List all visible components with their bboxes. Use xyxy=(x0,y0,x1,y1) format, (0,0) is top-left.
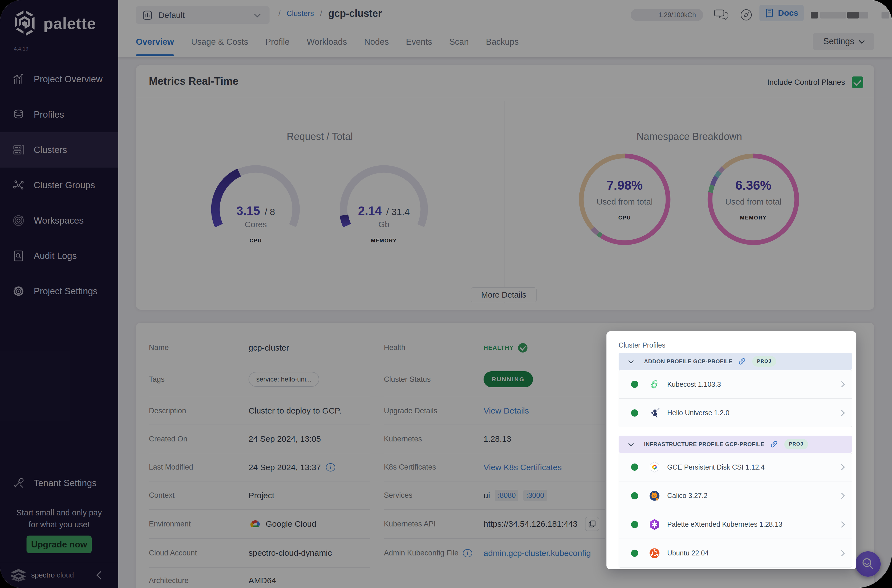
chevron-right-icon xyxy=(839,464,845,470)
chevron-right-icon xyxy=(839,492,845,499)
profile-items: Kubecost 1.103.3 Hello Universe 1.2.0 xyxy=(619,370,852,428)
chevron-right-icon xyxy=(839,521,845,528)
link-icon xyxy=(738,357,746,366)
status-dot-icon xyxy=(631,410,638,417)
calico-logo-icon xyxy=(649,490,661,502)
cluster-profiles-modal: Cluster Profiles ADDON PROFILE GCP-PROFI… xyxy=(607,331,856,569)
hello-universe-logo-icon xyxy=(649,407,661,419)
proj-badge: PROJ xyxy=(784,439,808,449)
app-window: palette 4.4.19 Project Overview Profiles… xyxy=(0,0,892,588)
gce-logo-icon xyxy=(649,461,661,473)
proj-badge: PROJ xyxy=(752,356,776,367)
chevron-right-icon xyxy=(839,410,845,416)
status-dot-icon xyxy=(631,492,638,500)
profile-section: INFRASTRUCTURE PROFILE GCP-PROFILE PROJ … xyxy=(619,428,852,568)
profile-item-ubuntu[interactable]: Ubuntu 22.04 xyxy=(619,539,852,568)
profile-section-header[interactable]: INFRASTRUCTURE PROFILE GCP-PROFILE PROJ xyxy=(619,436,852,453)
pxk-logo-icon xyxy=(649,518,661,531)
modal-body: ADDON PROFILE GCP-PROFILE PROJ Kubecost … xyxy=(619,353,852,568)
status-dot-icon xyxy=(631,464,638,471)
profile-section-title: ADDON PROFILE GCP-PROFILE xyxy=(644,358,732,364)
link-icon xyxy=(770,440,778,448)
profile-item-hello-universe[interactable]: Hello Universe 1.2.0 xyxy=(619,399,852,428)
profile-item-name: Calico 3.27.2 xyxy=(667,492,707,500)
chevron-down-icon xyxy=(628,441,634,446)
profile-item-calico[interactable]: Calico 3.27.2 xyxy=(619,482,852,510)
profile-item-name: GCE Persistent Disk CSI 1.12.4 xyxy=(667,463,765,471)
chevron-down-icon xyxy=(628,358,634,364)
profile-section-title: INFRASTRUCTURE PROFILE GCP-PROFILE xyxy=(644,441,764,447)
status-dot-icon xyxy=(631,521,638,528)
status-dot-icon xyxy=(631,381,638,388)
profile-section: ADDON PROFILE GCP-PROFILE PROJ Kubecost … xyxy=(619,353,852,428)
profile-item-name: Palette eXtended Kubernetes 1.28.13 xyxy=(667,520,782,528)
profile-item-pxk[interactable]: Palette eXtended Kubernetes 1.28.13 xyxy=(619,510,852,539)
ubuntu-logo-icon xyxy=(649,547,661,559)
section-gap xyxy=(619,428,852,436)
profile-item-name: Ubuntu 22.04 xyxy=(667,549,709,557)
kubecost-logo-icon xyxy=(649,378,661,390)
profile-item-name: Hello Universe 1.2.0 xyxy=(667,409,729,417)
status-dot-icon xyxy=(631,550,638,557)
profile-item-gce[interactable]: GCE Persistent Disk CSI 1.12.4 xyxy=(619,453,852,482)
profile-item-name: Kubecost 1.103.3 xyxy=(667,380,721,388)
profile-section-header[interactable]: ADDON PROFILE GCP-PROFILE PROJ xyxy=(619,353,852,370)
chevron-right-icon xyxy=(839,550,845,556)
modal-title: Cluster Profiles xyxy=(619,341,665,349)
chevron-right-icon xyxy=(839,381,845,388)
profile-item-kubecost[interactable]: Kubecost 1.103.3 xyxy=(619,370,852,399)
profile-items: GCE Persistent Disk CSI 1.12.4 Calico 3.… xyxy=(619,453,852,568)
